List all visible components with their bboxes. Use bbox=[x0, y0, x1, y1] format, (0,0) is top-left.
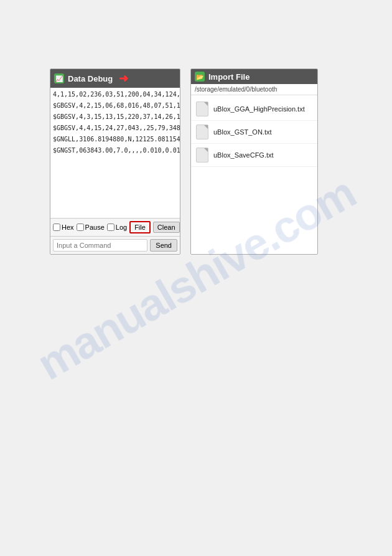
pause-checkbox[interactable] bbox=[77, 224, 84, 231]
pause-checkbox-label[interactable]: Pause bbox=[77, 224, 105, 231]
right-panel-title: Import File bbox=[208, 72, 250, 82]
log-label: Log bbox=[116, 224, 127, 231]
hex-checkbox-label[interactable]: Hex bbox=[53, 224, 74, 231]
path-text: /storage/emulated/0/bluetooth bbox=[195, 86, 277, 93]
file-icon-0 bbox=[196, 101, 208, 116]
left-panel: 📈 Data Debug ➜ 4,1,15,02,236,03,51,200,0… bbox=[50, 68, 180, 255]
file-item-0[interactable]: uBlox_GGA_HighPrecision.txt bbox=[191, 98, 317, 121]
file-icon-1 bbox=[196, 125, 208, 139]
file-item-1[interactable]: uBlox_GST_ON.txt bbox=[191, 121, 317, 144]
left-panel-icon: 📈 bbox=[54, 73, 64, 83]
command-input[interactable] bbox=[53, 239, 147, 252]
clean-button[interactable]: Clean bbox=[153, 222, 180, 233]
toolbar: Hex Pause Log File Clean bbox=[50, 219, 180, 237]
right-panel: 📂 Import File /storage/emulated/0/blueto… bbox=[190, 68, 318, 255]
file-name-0: uBlox_GGA_HighPrecision.txt bbox=[213, 105, 305, 113]
left-panel-title: Data Debug bbox=[68, 74, 113, 83]
left-panel-titlebar: 📈 Data Debug ➜ bbox=[50, 69, 180, 88]
file-name-2: uBlox_SaveCFG.txt bbox=[213, 151, 274, 159]
send-button[interactable]: Send bbox=[150, 239, 177, 252]
data-content[interactable]: 4,1,15,02,236,03,51,200,04,34,124,,05,15… bbox=[50, 88, 180, 219]
file-icon-2 bbox=[196, 148, 208, 163]
command-row: Send bbox=[50, 237, 180, 254]
arrow-icon: ➜ bbox=[119, 72, 128, 85]
file-list: uBlox_GGA_HighPrecision.txt uBlox_GST_ON… bbox=[191, 95, 317, 169]
panels-container: 📈 Data Debug ➜ 4,1,15,02,236,03,51,200,0… bbox=[50, 68, 318, 255]
right-panel-titlebar: 📂 Import File bbox=[191, 69, 317, 84]
data-line-5: $GNGST,063843.00,7.0,,,,0.010,0.010,0.01… bbox=[53, 146, 177, 155]
data-line-0: 4,1,15,02,236,03,51,200,04,34,124,,05,15… bbox=[53, 90, 177, 99]
file-item-2[interactable]: uBlox_SaveCFG.txt bbox=[191, 144, 317, 167]
file-name-1: uBlox_GST_ON.txt bbox=[213, 128, 272, 136]
right-panel-icon: 📂 bbox=[195, 72, 205, 82]
pause-label: Pause bbox=[85, 224, 105, 231]
data-line-2: $GBGSV,4,3,15,13,15,220,37,14,26,140,46,… bbox=[53, 113, 177, 121]
log-checkbox[interactable] bbox=[107, 224, 114, 231]
data-line-3: $GBGSV,4,4,15,24,27,043,,25,79,348,,33,5… bbox=[53, 124, 177, 133]
file-button[interactable]: File bbox=[129, 221, 151, 233]
path-bar: /storage/emulated/0/bluetooth bbox=[191, 84, 317, 95]
data-line-1: $GBGSV,4,2,15,06,68,016,48,07,51,182,47,… bbox=[53, 101, 177, 110]
data-line-4: $GNGLL,3106.8194880,N,12125.0811540,E,06… bbox=[53, 135, 177, 144]
hex-checkbox[interactable] bbox=[53, 224, 60, 231]
log-checkbox-label[interactable]: Log bbox=[107, 224, 127, 231]
hex-label: Hex bbox=[62, 224, 74, 231]
